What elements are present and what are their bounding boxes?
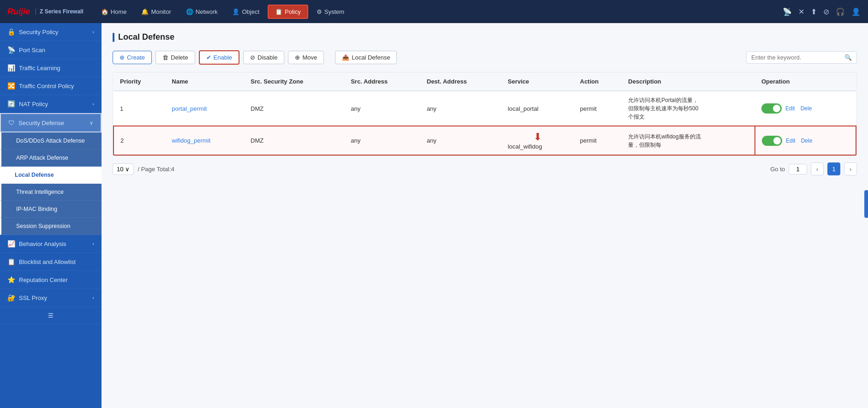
sidebar-item-traffic-control[interactable]: 🔀 Traffic Control Policy [0,77,102,95]
enable-button[interactable]: ✔ Enable [199,50,239,65]
col-src-zone: Src. Security Zone [244,72,344,91]
delete-button[interactable]: 🗑 Delete [156,51,195,64]
upload-icon[interactable]: ⬆ [811,7,817,16]
nav-monitor[interactable]: 🔔 Monitor [135,6,177,18]
logo-brand: Ruijie [7,7,30,17]
next-page-btn[interactable]: › [844,162,857,175]
sidebar-item-traffic-learning[interactable]: 📊 Traffic Learning [0,59,102,77]
sidebar-item-behavior-analysis[interactable]: 📈 Behavior Analysis › [0,235,102,253]
sidebar-item-reputation[interactable]: ⭐ Reputation Center [0,271,102,289]
chevron-right-icon-3: › [92,241,94,246]
toggle-row2[interactable] [762,136,782,146]
main-layout: 🔒 Security Policy › 📡 Port Scan 📊 Traffi… [0,23,868,408]
search-input[interactable] [751,54,842,61]
goto-input[interactable] [789,164,807,174]
col-dest-addr: Dest. Address [420,72,502,91]
top-nav: Ruijie Z Series Firewall 🏠 Home 🔔 Monito… [0,0,868,23]
close-icon[interactable]: ✕ [798,7,804,16]
sidebar-item-local-defense[interactable]: Local Defense [0,167,102,184]
edit-btn-row1[interactable]: Edit [784,104,797,113]
sidebar-item-port-scan[interactable]: 📡 Port Scan [0,41,102,59]
table-row: 2 wifidog_permit DMZ any any ⬇ local_wif… [114,126,856,155]
sidebar-item-ip-mac[interactable]: IP-MAC Binding [0,201,102,218]
right-panel-hint [864,190,868,218]
main-content: Local Defense ⊕ Create 🗑 Delete ✔ Enable… [102,23,868,408]
sidebar-item-arp-defense[interactable]: ARP Attack Defense [0,150,102,167]
traffic-learning-icon: 📊 [7,64,15,72]
cell-description-2: 允许访问本机wifidog服务的流量，但限制每 [622,126,755,155]
trash-icon: 🗑 [162,54,168,61]
cell-service: local_portal [501,91,573,126]
table-row: 1 portal_permit DMZ any any local_portal… [114,91,856,126]
sidebar: 🔒 Security Policy › 📡 Port Scan 📊 Traffi… [0,23,102,408]
ssl-icon: 🔐 [7,294,15,301]
sidebar-item-dos-ddos[interactable]: DoS/DDoS Attack Defense [0,132,102,150]
move-button[interactable]: ⊕ Move [288,51,324,64]
local-defense-icon: 📤 [342,54,349,61]
cell-src-addr: any [344,91,420,126]
cell-dest-addr: any [420,91,502,126]
cell-name[interactable]: portal_permit [165,91,244,126]
table-header: Priority Name Src. Security Zone Src. Ad… [114,72,856,91]
collapse-icon: ☰ [48,312,54,319]
prev-page-btn[interactable]: ‹ [811,162,824,175]
delete-btn-row2[interactable]: Dele [799,137,814,145]
sidebar-item-session-suppression[interactable]: Session Suppression [0,218,102,235]
nav-policy[interactable]: 📋 Policy [268,5,308,19]
disable-button[interactable]: ⊘ Disable [243,51,284,64]
sidebar-item-blocklist[interactable]: 📋 Blocklist and Allowlist [0,253,102,271]
page-title: Local Defense [113,32,857,42]
nav-system[interactable]: ⚙ System [310,6,351,18]
op-btns-row2: Edit Dele [762,136,849,146]
reputation-icon: ⭐ [7,276,15,283]
sidebar-item-security-defense[interactable]: 🛡 Security Defense ∨ [0,113,102,132]
sidebar-item-nat-policy[interactable]: 🔄 NAT Policy › [0,95,102,113]
chevron-right-icon-4: › [92,295,94,300]
nav-home[interactable]: 🏠 Home [95,6,133,18]
wifi-icon[interactable]: 📡 [783,7,792,16]
logo-series: Z Series Firewall [36,8,84,15]
chevron-down-page-icon: ∨ [125,166,130,173]
sidebar-item-ssl-proxy[interactable]: 🔐 SSL Proxy › [0,289,102,307]
col-priority: Priority [114,72,165,91]
cell-operation: Edit Dele [755,91,856,126]
cell-src-zone-2: DMZ [244,126,344,155]
nav-right: 📡 ✕ ⬆ ⊘ 🎧 👤 [783,7,861,16]
local-defense-button[interactable]: 📤 Local Defense [335,51,397,64]
chevron-right-icon: › [92,29,94,35]
cell-dest-addr-2: any [420,126,502,155]
sidebar-item-security-policy[interactable]: 🔒 Security Policy › [0,23,102,41]
cell-src-zone: DMZ [244,91,344,126]
goto-label: Go to [770,166,785,173]
pagination-bar: 10 ∨ / Page Total:4 Go to ‹ 1 › [113,162,857,175]
cell-operation-2: Edit Dele [755,126,856,155]
cell-priority: 1 [114,91,165,126]
nav-items: 🏠 Home 🔔 Monitor 🌐 Network 👤 Object 📋 Po… [95,5,783,19]
toolbar: ⊕ Create 🗑 Delete ✔ Enable ⊘ Disable ⊕ M… [113,50,857,65]
nav-object[interactable]: 👤 Object [226,6,266,18]
check-circle-icon: ✔ [206,54,211,61]
cell-description: 允许访问本机Portal的流量，但限制每主机速率为每秒500个报文 [622,91,755,126]
sidebar-item-threat-intelligence[interactable]: Threat Intelligence [0,184,102,201]
cell-priority-2: 2 [114,126,165,155]
behavior-icon: 📈 [7,240,15,247]
nav-network[interactable]: 🌐 Network [180,6,224,18]
user-icon[interactable]: 👤 [851,7,861,16]
logo: Ruijie Z Series Firewall [7,7,84,17]
create-button[interactable]: ⊕ Create [113,51,152,64]
toggle-row1[interactable] [761,103,782,114]
sidebar-collapse-btn[interactable]: ☰ [0,307,102,324]
security-defense-icon: 🛡 [8,119,15,126]
headset-icon[interactable]: 🎧 [836,7,845,16]
move-icon: ⊕ [295,54,300,61]
op-btns-row1: Edit Dele [761,103,850,114]
search-box[interactable]: 🔍 [746,51,857,64]
search-icon: 🔍 [844,54,852,61]
port-scan-icon: 📡 [7,46,15,54]
edit-btn-row2[interactable]: Edit [784,137,797,145]
cell-name-2[interactable]: wifidog_permit [165,126,244,155]
page-size-select[interactable]: 10 ∨ [113,163,134,175]
delete-btn-row1[interactable]: Dele [799,104,814,113]
block-icon[interactable]: ⊘ [823,7,829,16]
current-page-btn[interactable]: 1 [827,162,840,175]
